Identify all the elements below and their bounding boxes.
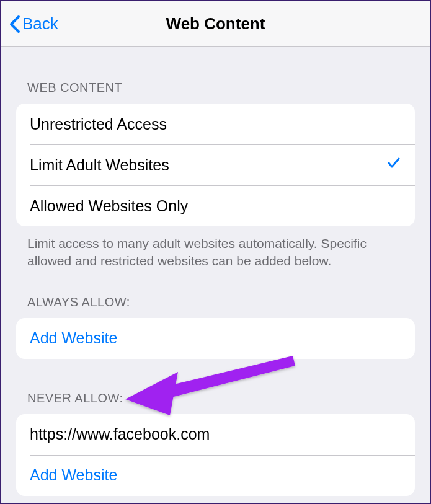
option-unrestricted[interactable]: Unrestricted Access <box>16 104 415 144</box>
section-header-never-allow: NEVER ALLOW: <box>1 391 430 414</box>
content-area: WEB CONTENT Unrestricted Access Limit Ad… <box>1 47 430 496</box>
web-content-group: Unrestricted Access Limit Adult Websites… <box>16 104 415 226</box>
option-label: Allowed Websites Only <box>30 197 188 215</box>
option-allowed-only[interactable]: Allowed Websites Only <box>16 185 415 226</box>
section-footer-web-content: Limit access to many adult websites auto… <box>1 226 430 270</box>
blocked-site-row[interactable]: https://www.facebook.com <box>16 414 415 455</box>
section-header-always-allow: ALWAYS ALLOW: <box>1 295 430 318</box>
always-allow-group: Add Website <box>16 318 415 359</box>
page-title: Web Content <box>1 14 430 33</box>
section-header-web-content: WEB CONTENT <box>1 47 430 104</box>
never-allow-group: https://www.facebook.com Add Website <box>16 414 415 496</box>
add-website-always[interactable]: Add Website <box>16 318 415 359</box>
add-website-label: Add Website <box>30 466 117 484</box>
add-website-label: Add Website <box>30 329 117 347</box>
navigation-bar: Back Web Content <box>1 1 430 47</box>
blocked-site-url: https://www.facebook.com <box>30 425 210 443</box>
add-website-never[interactable]: Add Website <box>16 455 415 496</box>
option-label: Limit Adult Websites <box>30 156 169 174</box>
option-label: Unrestricted Access <box>30 115 167 133</box>
back-chevron-icon <box>7 13 22 35</box>
checkmark-icon <box>386 156 401 174</box>
back-button[interactable]: Back <box>7 13 58 35</box>
back-label: Back <box>22 14 58 33</box>
option-limit-adult[interactable]: Limit Adult Websites <box>16 144 415 185</box>
